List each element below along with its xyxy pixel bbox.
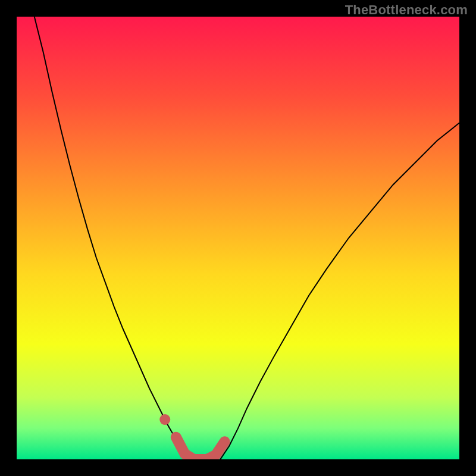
chart-frame: TheBottleneck.com bbox=[0, 0, 476, 476]
plot-svg bbox=[17, 17, 459, 459]
marker-highlight-dot bbox=[159, 414, 170, 425]
gradient-background bbox=[17, 17, 459, 459]
marker-layer bbox=[159, 414, 170, 425]
watermark-label: TheBottleneck.com bbox=[345, 2, 468, 18]
plot-area bbox=[17, 17, 459, 459]
